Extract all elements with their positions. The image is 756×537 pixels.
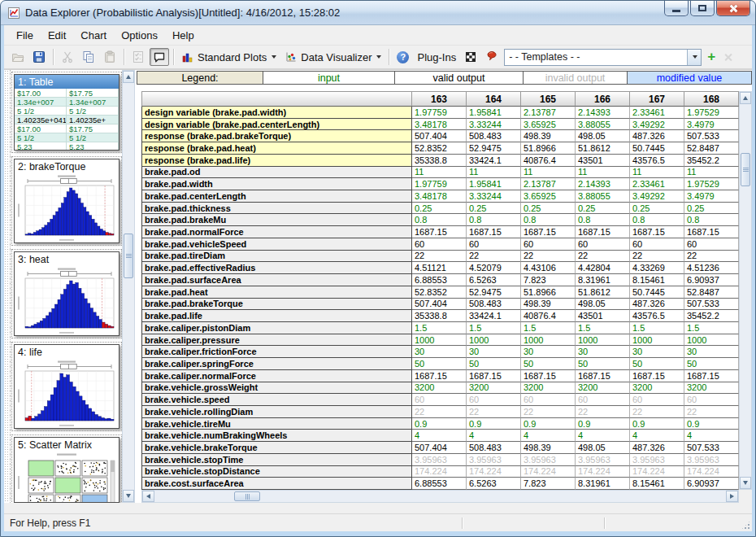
table-cell[interactable]: 487.326 bbox=[630, 442, 684, 454]
table-cell[interactable]: 507.404 bbox=[412, 130, 467, 142]
table-cell[interactable]: 22 bbox=[467, 406, 521, 418]
table-cell[interactable]: 0.8 bbox=[412, 214, 467, 226]
table-cell[interactable]: 22 bbox=[521, 251, 576, 263]
row-label[interactable]: response (brake.pad.brakeTorque) bbox=[141, 130, 412, 142]
row-label[interactable]: brake.pad.brakeTorque bbox=[141, 299, 412, 311]
table-cell[interactable]: 1687.15 bbox=[521, 226, 576, 238]
sidebar-item-4[interactable]: 4: life bbox=[14, 344, 119, 429]
table-cell[interactable]: 30 bbox=[684, 346, 739, 358]
table-cell[interactable]: 507.404 bbox=[412, 442, 467, 454]
table-cell[interactable]: 1687.15 bbox=[684, 226, 739, 238]
table-cell[interactable]: 508.483 bbox=[467, 299, 521, 311]
table-cell[interactable]: 22 bbox=[630, 251, 684, 263]
table-cell[interactable]: 1687.15 bbox=[684, 370, 739, 382]
scrollbar-thumb[interactable] bbox=[124, 234, 133, 278]
table-cell[interactable]: 487.326 bbox=[630, 299, 684, 311]
table-cell[interactable]: 3200 bbox=[576, 382, 630, 395]
table-cell[interactable]: 507.533 bbox=[684, 130, 739, 142]
table-cell[interactable]: 2.14393 bbox=[576, 178, 630, 190]
sidebar-scrollbar[interactable] bbox=[122, 70, 135, 503]
standard-plots-button[interactable]: Standard Plots bbox=[178, 48, 280, 66]
table-cell[interactable]: 22 bbox=[412, 406, 467, 418]
table-cell[interactable]: 50 bbox=[576, 358, 630, 370]
row-label[interactable]: brake.vehicle.grossWeight bbox=[141, 382, 412, 395]
column-header[interactable]: 168 bbox=[684, 91, 739, 107]
table-cell[interactable]: 43501 bbox=[576, 310, 630, 322]
table-cell[interactable]: 3200 bbox=[467, 382, 521, 395]
row-label[interactable]: brake.caliper.springForce bbox=[141, 358, 412, 370]
sidebar-item-3[interactable]: 3: heat bbox=[14, 251, 119, 336]
table-cell[interactable]: 60 bbox=[412, 394, 467, 406]
help-button[interactable]: ? bbox=[393, 49, 412, 66]
table-cell[interactable]: 3.95963 bbox=[412, 454, 467, 466]
table-cell[interactable]: 3.33244 bbox=[467, 119, 521, 131]
table-cell[interactable]: 52.8352 bbox=[412, 286, 467, 299]
scroll-down-button[interactable] bbox=[740, 477, 751, 489]
paste-button[interactable] bbox=[100, 48, 119, 66]
open-button[interactable] bbox=[8, 48, 28, 66]
table-cell[interactable]: 508.483 bbox=[467, 130, 521, 142]
table-cell[interactable]: 0.8 bbox=[630, 214, 684, 226]
row-label[interactable]: brake.pad.heat bbox=[141, 286, 412, 299]
table-cell[interactable]: 0.25 bbox=[412, 203, 467, 215]
table-cell[interactable]: 1687.15 bbox=[630, 370, 684, 382]
row-label[interactable]: brake.vehicle.numBrakingWheels bbox=[141, 430, 412, 442]
table-cell[interactable]: 43576.5 bbox=[630, 310, 684, 322]
table-cell[interactable]: 174.224 bbox=[467, 466, 521, 478]
checklist-button[interactable] bbox=[128, 48, 148, 66]
table-cell[interactable]: 4 bbox=[630, 430, 684, 442]
table-cell[interactable]: 498.39 bbox=[521, 299, 576, 311]
titlebar[interactable]: Data Explorer (Probabilistic Analysis)[U… bbox=[1, 1, 755, 25]
data-visualizer-button[interactable]: Data Visualizer bbox=[281, 48, 385, 66]
table-vertical-scrollbar[interactable] bbox=[739, 91, 752, 490]
table-cell[interactable]: 3.95963 bbox=[576, 454, 630, 466]
table-cell[interactable]: 50.7445 bbox=[630, 142, 684, 155]
table-cell[interactable]: 11 bbox=[467, 167, 521, 179]
table-cell[interactable]: 2.14393 bbox=[576, 107, 630, 119]
table-cell[interactable]: 3200 bbox=[521, 382, 576, 395]
table-cell[interactable]: 1.97529 bbox=[684, 107, 739, 119]
table-cell[interactable]: 11 bbox=[630, 167, 684, 179]
table-cell[interactable]: 60 bbox=[684, 394, 739, 406]
minimize-button[interactable] bbox=[664, 1, 689, 16]
table-cell[interactable]: 1.5 bbox=[684, 322, 739, 334]
table-cell[interactable]: 4.33269 bbox=[630, 262, 684, 274]
table-cell[interactable]: 1.5 bbox=[467, 322, 521, 334]
table-cell[interactable]: 1687.15 bbox=[467, 370, 521, 382]
table-cell[interactable]: 50 bbox=[467, 358, 521, 370]
menu-file[interactable]: File bbox=[9, 27, 41, 44]
table-cell[interactable]: 4 bbox=[684, 430, 739, 442]
row-label[interactable]: brake.caliper.pressure bbox=[141, 334, 412, 347]
table-cell[interactable]: 4 bbox=[467, 430, 521, 442]
table-cell[interactable]: 1.95841 bbox=[467, 107, 521, 119]
table-cell[interactable]: 1000 bbox=[467, 334, 521, 347]
table-cell[interactable]: 60 bbox=[630, 238, 684, 251]
table-cell[interactable]: 174.224 bbox=[684, 466, 739, 478]
table-cell[interactable]: 1000 bbox=[576, 334, 630, 347]
table-cell[interactable]: 2.13787 bbox=[521, 178, 576, 190]
table-cell[interactable]: 174.224 bbox=[412, 466, 467, 478]
table-cell[interactable]: 4 bbox=[412, 430, 467, 442]
table-cell[interactable]: 52.9475 bbox=[467, 142, 521, 155]
table-cell[interactable]: 60 bbox=[467, 238, 521, 251]
scrollbar-thumb[interactable] bbox=[234, 491, 260, 501]
table-cell[interactable]: 1000 bbox=[412, 334, 467, 347]
table-cell[interactable]: 3.95963 bbox=[467, 454, 521, 466]
table-cell[interactable]: 0.25 bbox=[576, 203, 630, 215]
table-cell[interactable]: 1.95841 bbox=[467, 178, 521, 190]
templates-combobox[interactable]: - - Templates - - bbox=[504, 49, 702, 66]
row-label[interactable]: brake.pad.effectiveRadius bbox=[141, 262, 412, 274]
scrollbar-track[interactable] bbox=[740, 104, 751, 477]
table-cell[interactable]: 40876.4 bbox=[521, 155, 576, 167]
table-cell[interactable]: 3.95963 bbox=[521, 454, 576, 466]
table-cell[interactable]: 43576.5 bbox=[630, 155, 684, 167]
table-cell[interactable]: 507.404 bbox=[412, 299, 467, 311]
table-cell[interactable]: 6.5263 bbox=[467, 274, 521, 286]
row-label[interactable]: brake.pad.od bbox=[141, 167, 412, 179]
comment-button[interactable] bbox=[150, 48, 169, 66]
sidebar-gripper[interactable] bbox=[4, 70, 11, 503]
table-cell[interactable]: 0.25 bbox=[467, 203, 521, 215]
row-label[interactable]: brake.caliper.frictionForce bbox=[141, 346, 412, 358]
menu-chart[interactable]: Chart bbox=[73, 27, 114, 44]
table-cell[interactable]: 50.7445 bbox=[630, 286, 684, 299]
